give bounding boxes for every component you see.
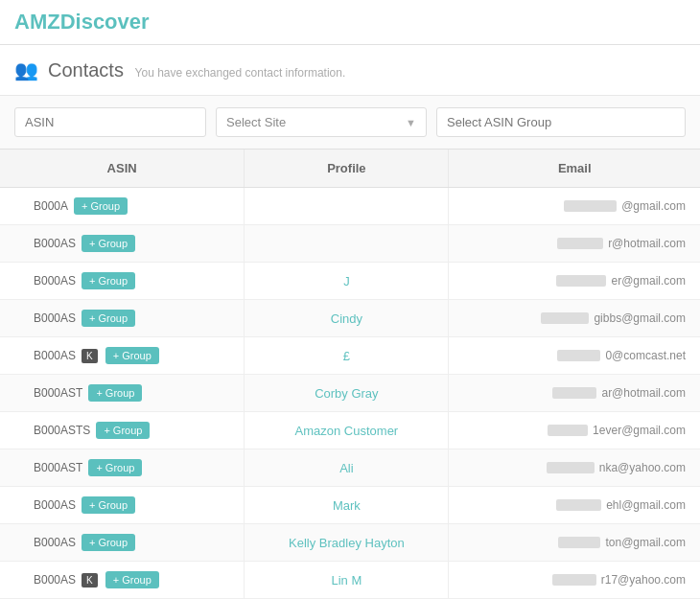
asin-cell: B000AS + Group — [0, 524, 245, 562]
add-group-button[interactable]: + Group — [96, 422, 150, 439]
profile-cell: Mark — [245, 487, 449, 524]
table-row: B000AS + Group r@hotmail.com — [0, 225, 700, 263]
asin-cell: B000AS + Group — [0, 300, 245, 337]
email-cell: gibbs@gmail.com — [449, 300, 700, 337]
profile-link[interactable]: Corby Gray — [315, 386, 378, 401]
table-header-row: ASIN Profile Email — [0, 150, 700, 188]
table-row: B000AS + Group Kelly Bradley Hayton ton@… — [0, 524, 700, 562]
table-row: B000AS K + Group £ 0@comcast.net — [0, 337, 700, 375]
asin-value: B000A — [34, 199, 68, 213]
email-cell: r17@yahoo.com — [449, 562, 700, 599]
profile-cell: J — [245, 263, 449, 300]
profile-cell: Corby Gray — [245, 375, 449, 412]
asin-value: B000AS — [34, 349, 76, 362]
table-row: B000AS K + Group Lin M r17@yahoo.com — [0, 562, 700, 599]
site-select-wrapper[interactable]: Select Site ▼ — [216, 107, 427, 137]
add-group-button[interactable]: + Group — [82, 235, 135, 252]
email-cell: 1ever@gmail.com — [449, 412, 700, 449]
email-suffix: r17@yahoo.com — [601, 573, 686, 587]
profile-cell — [245, 225, 449, 263]
email-cell: r@hotmail.com — [449, 225, 700, 263]
asin-group-input[interactable] — [436, 107, 686, 137]
app-header: AMZDiscover — [0, 0, 700, 45]
page-heading: Contacts — [48, 59, 124, 81]
table-row: B000AST + Group Ali nka@yahoo.com — [0, 449, 700, 487]
profile-cell: Kelly Bradley Hayton — [245, 524, 449, 562]
profile-link[interactable]: J — [343, 274, 350, 288]
profile-cell: Ali — [245, 449, 449, 487]
email-suffix: ehl@gmail.com — [606, 498, 686, 512]
page-header: 👥 Contacts You have exchanged contact in… — [0, 45, 700, 96]
email-blur — [541, 312, 589, 324]
profile-cell: Cindy — [245, 300, 449, 337]
asin-cell: B000AS + Group — [0, 225, 245, 263]
col-email: Email — [449, 150, 700, 188]
email-suffix: ton@gmail.com — [605, 536, 686, 549]
asin-cell: B000AS K + Group — [0, 562, 245, 599]
email-suffix: @gmail.com — [621, 199, 686, 213]
profile-link[interactable]: £ — [343, 349, 350, 363]
asin-value: B000AS — [34, 274, 76, 288]
email-suffix: r@hotmail.com — [608, 237, 686, 250]
asin-value: B000ASTS — [34, 424, 90, 437]
email-blur — [552, 387, 596, 399]
asin-cell: B000AS K + Group — [0, 337, 245, 375]
email-blur — [548, 425, 588, 436]
email-blur — [556, 499, 601, 511]
asin-value: B000AS — [34, 536, 76, 549]
asin-input[interactable] — [14, 107, 206, 137]
add-group-button[interactable]: + Group — [88, 384, 142, 402]
add-group-button[interactable]: + Group — [88, 459, 142, 476]
email-blur — [557, 350, 600, 361]
asin-value: B000AS — [34, 498, 76, 512]
table-row: B000AST + Group Corby Gray ar@hotmail.co… — [0, 375, 700, 412]
add-group-button[interactable]: + Group — [82, 496, 135, 514]
add-group-button[interactable]: + Group — [105, 347, 159, 364]
email-suffix: nka@yahoo.com — [599, 461, 686, 474]
profile-link[interactable]: Cindy — [331, 311, 362, 326]
contacts-icon: 👥 — [14, 58, 38, 81]
add-group-button[interactable]: + Group — [74, 197, 128, 215]
profile-link[interactable]: Mark — [333, 498, 361, 513]
add-group-button[interactable]: + Group — [105, 571, 159, 588]
asin-value: B000AST — [34, 461, 82, 474]
filters-bar: Select Site ▼ — [0, 96, 700, 150]
email-cell: ehl@gmail.com — [449, 487, 700, 524]
email-suffix: gibbs@gmail.com — [594, 311, 686, 325]
asin-cell: B000ASTS + Group — [0, 412, 245, 449]
col-profile: Profile — [245, 150, 449, 188]
site-select[interactable]: Select Site — [226, 115, 406, 129]
col-asin: ASIN — [0, 150, 245, 188]
profile-link[interactable]: Lin M — [331, 573, 362, 587]
email-cell: @gmail.com — [449, 188, 700, 225]
app-title: AMZDiscover — [14, 10, 150, 34]
table-row: B000AS + Group J er@gmail.com — [0, 263, 700, 300]
asin-cell: B000A + Group — [0, 188, 245, 225]
email-cell: nka@yahoo.com — [449, 449, 700, 487]
profile-link[interactable]: Amazon Customer — [295, 424, 399, 438]
profile-link[interactable]: Kelly Bradley Hayton — [289, 536, 405, 550]
asin-cell: B000AST + Group — [0, 449, 245, 487]
email-cell: ton@gmail.com — [449, 524, 700, 562]
asin-value: B000AS — [34, 573, 76, 587]
asin-cell: B000AS + Group — [0, 487, 245, 524]
profile-cell: Lin M — [245, 562, 449, 599]
email-suffix: 0@comcast.net — [605, 349, 686, 362]
email-suffix: ar@hotmail.com — [601, 386, 686, 400]
asin-cell: B000AST + Group — [0, 375, 245, 412]
chevron-down-icon: ▼ — [406, 117, 416, 128]
group-badge: K — [82, 349, 98, 363]
group-badge: K — [82, 573, 98, 587]
page-header-text: Contacts You have exchanged contact info… — [48, 59, 345, 81]
profile-link[interactable]: Ali — [339, 461, 353, 475]
page-subtext: You have exchanged contact information. — [135, 66, 346, 80]
profile-cell: £ — [245, 337, 449, 375]
add-group-button[interactable]: + Group — [82, 272, 135, 289]
add-group-button[interactable]: + Group — [82, 534, 135, 551]
asin-value: B000AST — [34, 386, 82, 400]
table-row: B000A + Group @gmail.com — [0, 188, 700, 225]
email-blur — [564, 200, 617, 212]
email-blur — [558, 537, 600, 548]
add-group-button[interactable]: + Group — [82, 310, 135, 327]
asin-cell: B000AS + Group — [0, 263, 245, 300]
